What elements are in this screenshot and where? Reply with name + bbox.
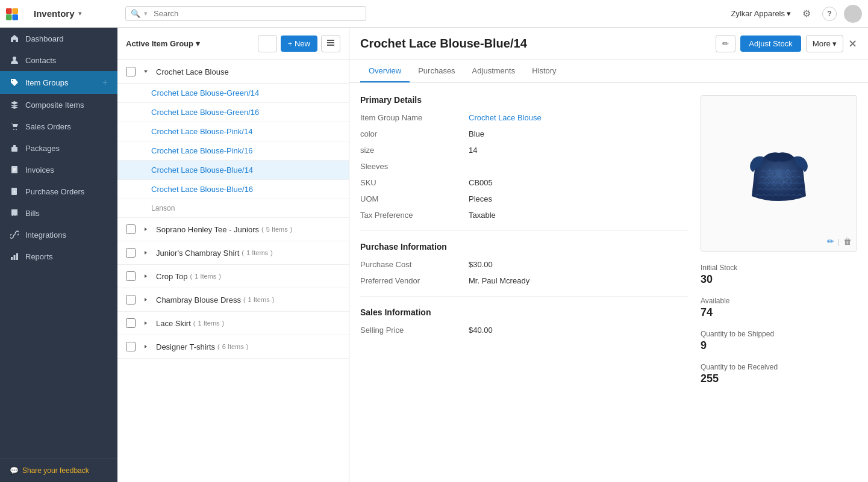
chevron-right-icon-chambray[interactable] bbox=[140, 294, 151, 305]
main-layout: Dashboard Contacts Item Groups + Composi… bbox=[0, 28, 868, 482]
group-count-crop-top-close: ) bbox=[219, 273, 221, 280]
chevron-right-icon-juniors[interactable] bbox=[140, 247, 151, 258]
svg-rect-11 bbox=[14, 255, 16, 260]
group-count-juniors: ( bbox=[242, 249, 244, 256]
sidebar-item-item-groups[interactable]: Item Groups + bbox=[0, 71, 117, 94]
list-header: Active Item Group ▾ + New bbox=[117, 28, 349, 60]
stock-section: Initial Stock 30 Available 74 Quantity t… bbox=[701, 264, 857, 385]
chevron-right-icon-crop-top[interactable] bbox=[140, 271, 151, 282]
image-action-divider: | bbox=[838, 237, 840, 246]
image-edit-icon[interactable]: ✏ bbox=[827, 236, 834, 246]
sidebar-item-integrations[interactable]: Integrations bbox=[0, 224, 117, 246]
chevron-right-icon-soprano[interactable] bbox=[140, 224, 151, 235]
group-checkbox-soprano[interactable] bbox=[126, 224, 136, 234]
add-item-group-btn[interactable]: + bbox=[102, 77, 108, 88]
group-checkbox-chambray[interactable] bbox=[126, 295, 136, 304]
avatar[interactable] bbox=[844, 5, 862, 23]
sub-item-pink16[interactable]: Crochet Lace Blouse-Pink/16 bbox=[117, 141, 349, 161]
group-row-crochet[interactable]: Crochet Lace Blouse bbox=[117, 60, 349, 84]
group-row-juniors[interactable]: Junior's Chambray Shirt (1 Items) bbox=[117, 241, 349, 265]
sidebar-item-sales-orders[interactable]: Sales Orders bbox=[0, 116, 117, 137]
field-item-group-name: Item Group Name Crochet Lace Blouse bbox=[360, 113, 688, 122]
field-sku: SKU CB005 bbox=[360, 178, 688, 187]
group-checkbox-crop-top[interactable] bbox=[126, 271, 136, 281]
filter-btn[interactable] bbox=[258, 35, 277, 52]
close-btn[interactable]: ✕ bbox=[848, 37, 857, 51]
company-selector[interactable]: Zylkar Apparels ▾ bbox=[731, 9, 791, 18]
sidebar-label-integrations: Integrations bbox=[25, 230, 66, 239]
new-btn[interactable]: + New bbox=[281, 36, 317, 52]
image-delete-icon[interactable]: 🗑 bbox=[843, 236, 852, 246]
list-filter-title[interactable]: Active Item Group ▾ bbox=[126, 39, 200, 48]
group-count-soprano: ( bbox=[261, 226, 264, 233]
sub-item-blue16[interactable]: Crochet Lace Blouse-Blue/16 bbox=[117, 180, 349, 199]
group-row-chambray[interactable]: Chambray Blouse Dress (1 Items) bbox=[117, 288, 349, 312]
sidebar-item-composite-items[interactable]: Composite Items bbox=[0, 94, 117, 116]
sub-item-blue14[interactable]: Crochet Lace Blouse-Blue/14 bbox=[117, 161, 349, 180]
group-row-soprano[interactable]: Soprano Henley Tee - Juniors (5 Items) bbox=[117, 218, 349, 241]
tag-icon bbox=[10, 78, 19, 87]
more-btn[interactable]: More ▾ bbox=[806, 35, 843, 52]
sidebar-label-packages: Packages bbox=[25, 144, 60, 153]
group-checkbox-juniors[interactable] bbox=[126, 248, 136, 258]
group-name-crochet: Crochet Lace Blouse bbox=[156, 67, 229, 76]
adjust-stock-btn[interactable]: Adjust Stock bbox=[740, 36, 801, 52]
group-row-lace-skirt[interactable]: Lace Skirt (1 Items) bbox=[117, 312, 349, 335]
group-checkbox-crochet[interactable] bbox=[126, 67, 136, 76]
edit-btn[interactable]: ✏ bbox=[716, 35, 735, 52]
sub-item-name-blue14: Crochet Lace Blouse-Blue/14 bbox=[151, 165, 253, 175]
svg-rect-3 bbox=[12, 14, 18, 20]
sales-info-title: Sales Information bbox=[360, 307, 688, 317]
sidebar-label-purchase-orders: Purchase Orders bbox=[25, 187, 84, 196]
group-count-designer-close: ) bbox=[246, 343, 249, 350]
group-checkbox-lace-skirt[interactable] bbox=[126, 318, 136, 328]
tab-adjustments-label: Adjustments bbox=[472, 66, 516, 75]
search-box[interactable]: 🔍 ▾ bbox=[125, 6, 366, 21]
group-count-chambray-val: 1 Items bbox=[248, 296, 270, 303]
feedback-btn[interactable]: 💬 Share your feedback bbox=[0, 459, 117, 482]
svg-rect-10 bbox=[11, 257, 13, 260]
chevron-right-icon-designer[interactable] bbox=[140, 341, 151, 352]
feedback-icon: 💬 bbox=[10, 466, 19, 475]
chevron-down-icon[interactable] bbox=[140, 66, 151, 77]
sub-item-green16[interactable]: Crochet Lace Blouse-Green/16 bbox=[117, 103, 349, 122]
sidebar-item-dashboard[interactable]: Dashboard bbox=[0, 28, 117, 49]
group-checkbox-designer[interactable] bbox=[126, 342, 136, 351]
search-dropdown[interactable]: ▾ bbox=[144, 10, 148, 17]
field-value-item-group-name[interactable]: Crochet Lace Blouse bbox=[469, 113, 688, 122]
help-icon[interactable]: ? bbox=[822, 7, 837, 21]
tab-purchases[interactable]: Purchases bbox=[410, 60, 463, 82]
group-count-juniors-val: 1 Items bbox=[246, 249, 268, 256]
sidebar-item-packages[interactable]: Packages bbox=[0, 137, 117, 159]
settings-icon[interactable]: ⚙ bbox=[798, 5, 815, 22]
tab-adjustments[interactable]: Adjustments bbox=[464, 60, 524, 82]
field-value-color: Blue bbox=[469, 129, 688, 138]
sidebar-item-purchase-orders[interactable]: Purchase Orders bbox=[0, 181, 117, 202]
app-dropdown-icon[interactable]: ▾ bbox=[78, 10, 82, 17]
tab-history-label: History bbox=[532, 66, 556, 75]
tab-overview[interactable]: Overview bbox=[360, 60, 410, 82]
sidebar-item-reports[interactable]: Reports bbox=[0, 246, 117, 267]
feedback-label: Share your feedback bbox=[22, 466, 89, 475]
search-input[interactable] bbox=[154, 9, 361, 18]
sidebar-item-bills[interactable]: Bills bbox=[0, 202, 117, 224]
sidebar-item-invoices[interactable]: Invoices bbox=[0, 159, 117, 181]
list-panel: Active Item Group ▾ + New bbox=[117, 28, 349, 482]
sub-item-green14[interactable]: Crochet Lace Blouse-Green/14 bbox=[117, 84, 349, 103]
chevron-right-icon-lace-skirt[interactable] bbox=[140, 318, 151, 329]
group-row-crop-top[interactable]: Crop Top (1 Items) bbox=[117, 265, 349, 288]
view-toggle-btn[interactable] bbox=[321, 35, 340, 52]
tab-history[interactable]: History bbox=[523, 60, 564, 82]
stock-to-receive: Quantity to be Received 255 bbox=[701, 363, 857, 385]
house-icon bbox=[10, 34, 19, 43]
sidebar-label-reports: Reports bbox=[25, 252, 53, 261]
stock-initial-value: 30 bbox=[701, 273, 857, 286]
svg-rect-1 bbox=[12, 8, 18, 14]
sub-item-pink14[interactable]: Crochet Lace Blouse-Pink/14 bbox=[117, 122, 349, 141]
group-name-chambray: Chambray Blouse Dress bbox=[156, 295, 241, 304]
group-row-designer[interactable]: Designer T-shirts (6 Items) bbox=[117, 335, 349, 359]
sidebar-label-contacts: Contacts bbox=[25, 56, 56, 65]
search-icon: 🔍 bbox=[131, 9, 140, 18]
divider-1 bbox=[360, 230, 688, 231]
sidebar-item-contacts[interactable]: Contacts bbox=[0, 49, 117, 71]
